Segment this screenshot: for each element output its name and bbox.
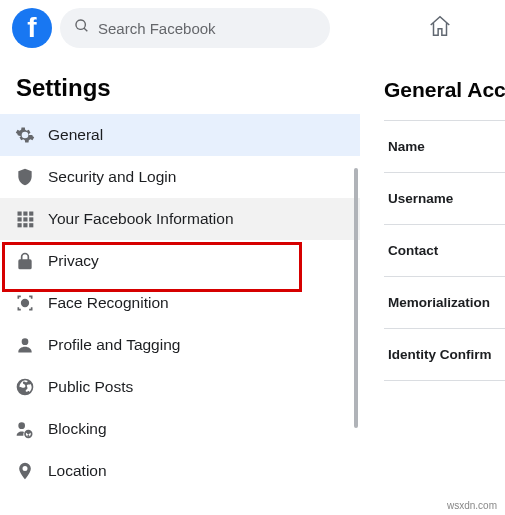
facebook-logo[interactable]: f xyxy=(12,8,52,48)
sidebar-item-blocking[interactable]: Blocking xyxy=(0,408,360,450)
settings-title: Settings xyxy=(0,56,360,114)
svg-rect-6 xyxy=(18,223,22,227)
sidebar-item-label: Public Posts xyxy=(48,378,133,396)
scrollbar[interactable] xyxy=(354,168,358,428)
main-title: General Acco xyxy=(384,78,505,102)
sidebar-item-label: Privacy xyxy=(48,252,99,270)
sidebar-item-label: Location xyxy=(48,462,107,480)
settings-sidebar: Settings General Security and Login Your… xyxy=(0,56,360,515)
search-input[interactable] xyxy=(98,20,316,37)
person-tag-icon xyxy=(8,335,42,355)
sidebar-item-privacy[interactable]: Privacy xyxy=(0,240,360,282)
sidebar-item-label: Security and Login xyxy=(48,168,176,186)
sidebar-item-face[interactable]: Face Recognition xyxy=(0,282,360,324)
svg-rect-8 xyxy=(29,223,33,227)
sidebar-item-security[interactable]: Security and Login xyxy=(0,156,360,198)
sidebar-item-label: General xyxy=(48,126,103,144)
grid-icon xyxy=(8,209,42,229)
main-panel: General Acco Name Username Contact Memor… xyxy=(360,56,505,515)
search-icon xyxy=(74,18,98,38)
svg-rect-2 xyxy=(29,212,33,216)
row-name[interactable]: Name xyxy=(384,120,505,172)
sidebar-item-location[interactable]: Location xyxy=(0,450,360,492)
home-icon[interactable] xyxy=(427,13,453,43)
row-username[interactable]: Username xyxy=(384,172,505,224)
shield-icon xyxy=(8,167,42,187)
row-memorialization[interactable]: Memorialization xyxy=(384,276,505,328)
sidebar-item-profile-tagging[interactable]: Profile and Tagging xyxy=(0,324,360,366)
sidebar-item-information[interactable]: Your Facebook Information xyxy=(0,198,360,240)
svg-rect-0 xyxy=(18,212,22,216)
block-icon xyxy=(8,419,42,439)
sidebar-item-general[interactable]: General xyxy=(0,114,360,156)
sidebar-item-label: Blocking xyxy=(48,420,107,438)
sidebar-item-label: Profile and Tagging xyxy=(48,336,180,354)
row-contact[interactable]: Contact xyxy=(384,224,505,276)
sidebar-item-public-posts[interactable]: Public Posts xyxy=(0,366,360,408)
sidebar-item-label: Your Facebook Information xyxy=(48,210,234,228)
top-bar: f xyxy=(0,0,505,56)
gear-icon xyxy=(8,125,42,145)
search-box[interactable] xyxy=(60,8,330,48)
attribution: wsxdn.com xyxy=(447,500,497,511)
sidebar-item-label: Face Recognition xyxy=(48,294,169,312)
row-identity[interactable]: Identity Confirm xyxy=(384,328,505,381)
face-scan-icon xyxy=(8,293,42,313)
globe-icon xyxy=(8,377,42,397)
svg-rect-5 xyxy=(29,217,33,221)
svg-rect-1 xyxy=(23,212,27,216)
pin-icon xyxy=(8,461,42,481)
svg-rect-3 xyxy=(18,217,22,221)
lock-icon xyxy=(8,251,42,271)
svg-rect-4 xyxy=(23,217,27,221)
svg-rect-7 xyxy=(23,223,27,227)
